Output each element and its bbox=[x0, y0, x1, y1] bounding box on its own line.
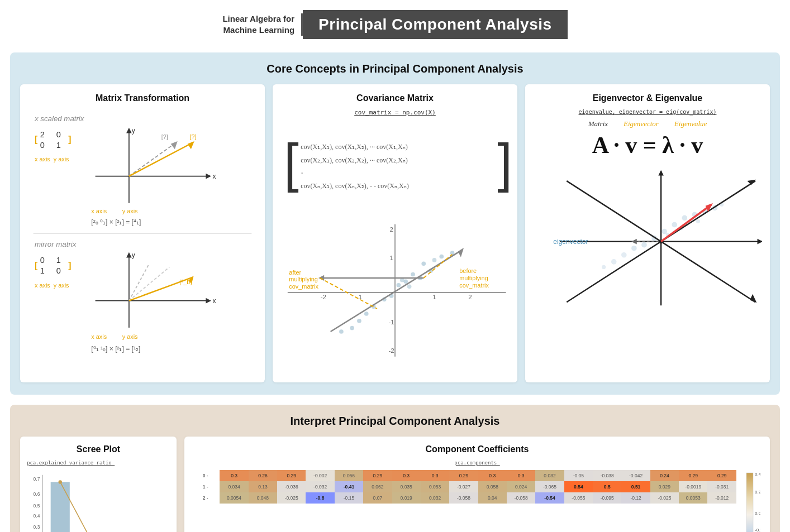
heatmap-cell: -0.027 bbox=[449, 481, 478, 492]
heatmap-cell: 0.056 bbox=[335, 470, 363, 481]
eigenvector-card: Eigenvector & Eigenvalue eigenvalue, eig… bbox=[525, 84, 770, 382]
svg-marker-37 bbox=[206, 298, 211, 304]
heatmap-cell: -0.12 bbox=[621, 492, 650, 504]
svg-text:-2: -2 bbox=[321, 294, 326, 300]
heatmap-table: 0 -0.30.260.29-0.0020.0560.290.30.30.290… bbox=[191, 470, 736, 504]
svg-text:0.7: 0.7 bbox=[34, 477, 40, 482]
heatmap-cell: 0.019 bbox=[392, 492, 421, 504]
svg-text:1: 1 bbox=[389, 255, 393, 261]
heatmap-cell: -0.05 bbox=[564, 470, 593, 481]
svg-line-85 bbox=[320, 278, 377, 309]
scree-subtitle: pca.explained_variance_ratio_ bbox=[27, 460, 170, 466]
svg-marker-15 bbox=[171, 141, 178, 149]
covariance-matrix-title: Covariance Matrix bbox=[280, 93, 510, 103]
svg-text:x axis: x axis bbox=[35, 156, 50, 162]
svg-text:·: · bbox=[301, 167, 303, 178]
heatmap-cell: 0.053 bbox=[421, 481, 449, 492]
heatmap-cell: 0.058 bbox=[478, 481, 507, 492]
heatmap-cell: 0.51 bbox=[621, 481, 650, 492]
svg-text:]: ] bbox=[68, 261, 71, 270]
svg-text:0.3: 0.3 bbox=[34, 524, 40, 530]
svg-text:y axis: y axis bbox=[54, 282, 69, 289]
svg-line-40 bbox=[129, 263, 149, 300]
heatmap-cell: -0.058 bbox=[507, 492, 535, 504]
svg-line-86 bbox=[423, 254, 452, 277]
svg-text:0.0: 0.0 bbox=[755, 511, 760, 516]
heatmap-cell: 0.3 bbox=[392, 470, 421, 481]
svg-text:0.2: 0.2 bbox=[755, 490, 760, 495]
svg-marker-115 bbox=[758, 239, 762, 245]
svg-line-16 bbox=[129, 142, 193, 176]
svg-point-64 bbox=[411, 272, 415, 276]
matrix-label: Matrix bbox=[588, 119, 608, 128]
matrix-transformation-card: Matrix Transformation x scaled matrix [ … bbox=[20, 84, 265, 382]
scaled-matrix-label: x scaled matrix bbox=[34, 114, 85, 123]
svg-marker-84 bbox=[318, 275, 324, 281]
legend: 0.4 0.2 0.0 -0.2 -0.4 -0.6 bbox=[741, 470, 763, 532]
svg-text:eigenvector: eigenvector bbox=[553, 238, 588, 246]
core-section-title: Core Concepts in Principal Component Ana… bbox=[20, 63, 770, 75]
covariance-matrix-card: Covariance Matrix cov_matrix = np.cov(X)… bbox=[273, 84, 517, 382]
core-concepts-section: Core Concepts in Principal Component Ana… bbox=[10, 52, 780, 395]
svg-marker-82 bbox=[458, 248, 464, 257]
svg-text:1: 1 bbox=[432, 294, 436, 300]
svg-point-68 bbox=[397, 283, 401, 287]
svg-text:[⁰₁ ¹₀] × [²₁] = [¹₂]: [⁰₁ ¹₀] × [²₁] = [¹₂] bbox=[91, 345, 140, 353]
svg-marker-9 bbox=[126, 128, 132, 133]
svg-point-103 bbox=[611, 259, 617, 265]
eig-equation: A · v = λ · v bbox=[533, 132, 762, 159]
svg-text:0: 0 bbox=[56, 130, 61, 139]
svg-text:0: 0 bbox=[56, 266, 61, 275]
svg-text:x axis: x axis bbox=[91, 208, 107, 214]
row-label: 0 - bbox=[191, 470, 220, 481]
svg-text:x axis: x axis bbox=[91, 333, 107, 340]
heatmap-cell: 0.0054 bbox=[220, 492, 248, 504]
svg-point-100 bbox=[631, 246, 637, 251]
svg-point-77 bbox=[339, 329, 344, 334]
svg-text:-2: -2 bbox=[388, 347, 394, 354]
svg-rect-144 bbox=[746, 473, 753, 532]
heatmap-cell: -0.15 bbox=[335, 492, 363, 504]
svg-point-78 bbox=[432, 258, 437, 262]
svg-text:y: y bbox=[132, 251, 135, 259]
row-label: 2 - bbox=[191, 492, 220, 504]
svg-text:2: 2 bbox=[468, 294, 472, 300]
svg-text:-1: -1 bbox=[388, 319, 394, 325]
coefficients-card: Component Coefficients pca.components_ 0… bbox=[184, 437, 770, 532]
page-title: Principal Component Analysis bbox=[303, 10, 567, 39]
heatmap-cell: 0.0053 bbox=[679, 492, 707, 504]
svg-text:1: 1 bbox=[40, 266, 45, 275]
heatmap-cell: -0.055 bbox=[564, 492, 593, 504]
heatmap-cell: 0.5 bbox=[593, 481, 621, 492]
covariance-formula: cov_matrix = np.cov(X) bbox=[280, 109, 510, 116]
svg-text:cov(X₁,X₁), cov(X₁,X₂), ··· co: cov(X₁,X₁), cov(X₁,X₂), ··· cov(X₁,Xₙ) bbox=[301, 143, 408, 151]
legend-svg: 0.4 0.2 0.0 -0.2 -0.4 -0.6 bbox=[744, 470, 760, 532]
svg-marker-111 bbox=[747, 180, 756, 185]
svg-text:2: 2 bbox=[389, 226, 393, 232]
eigenvector-title: Eigenvector & Eigenvalue bbox=[533, 93, 762, 103]
svg-point-74 bbox=[439, 254, 444, 258]
eigenvalue-label-header: Eigenvalue bbox=[674, 119, 707, 128]
heatmap-cell: 0.04 bbox=[478, 492, 507, 504]
svg-text:[?]: [?] bbox=[161, 133, 168, 140]
heatmap-cell: -0.065 bbox=[535, 481, 564, 492]
heatmap-cell: -0.0019 bbox=[679, 481, 707, 492]
svg-point-63 bbox=[421, 261, 426, 266]
interpret-section-title: Interpret Principal Component Analysis bbox=[20, 415, 770, 428]
svg-text:[⁰_b]: [⁰_b] bbox=[179, 279, 192, 285]
svg-point-136 bbox=[59, 481, 62, 484]
svg-text:cov_matrix: cov_matrix bbox=[459, 281, 489, 288]
svg-text:0.4: 0.4 bbox=[34, 514, 40, 519]
heatmap-cell: -0.036 bbox=[277, 481, 306, 492]
interpret-section: Interpret Principal Component Analysis S… bbox=[10, 405, 780, 532]
core-cards-row: Matrix Transformation x scaled matrix [ … bbox=[20, 84, 770, 382]
svg-marker-117 bbox=[658, 170, 664, 176]
heatmap-cell: 0.032 bbox=[535, 470, 564, 481]
svg-text:[: [ bbox=[35, 261, 38, 270]
svg-text:multiplying: multiplying bbox=[289, 276, 317, 282]
heatmap-cell: 0.048 bbox=[249, 492, 277, 504]
svg-text:0.4: 0.4 bbox=[755, 472, 760, 477]
svg-line-14 bbox=[129, 142, 176, 176]
svg-text:[²₀ ⁰₁] × [²₁] = [⁴₁]: [²₀ ⁰₁] × [²₁] = [⁴₁] bbox=[91, 218, 141, 226]
svg-text:y axis: y axis bbox=[122, 208, 138, 214]
